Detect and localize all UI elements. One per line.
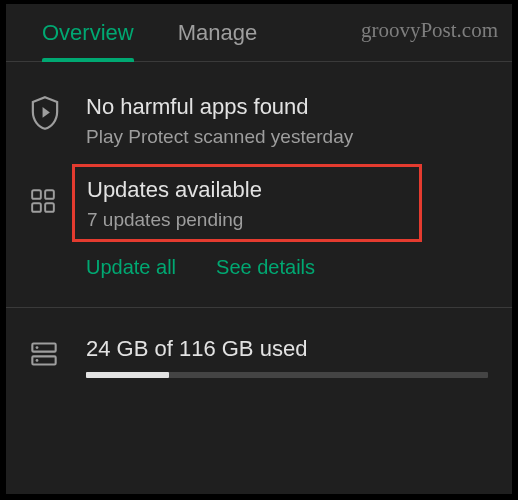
- updates-row: Updates available 7 updates pending Upda…: [30, 174, 488, 289]
- see-details-button[interactable]: See details: [216, 256, 315, 279]
- svg-rect-0: [32, 190, 41, 199]
- tab-manage[interactable]: Manage: [178, 4, 258, 61]
- play-protect-row[interactable]: No harmful apps found Play Protect scann…: [30, 94, 488, 148]
- protect-subtitle: Play Protect scanned yesterday: [86, 126, 488, 148]
- updates-title: Updates available: [87, 177, 407, 203]
- storage-title: 24 GB of 116 GB used: [86, 336, 488, 362]
- tab-overview[interactable]: Overview: [42, 4, 134, 61]
- watermark: groovyPost.com: [361, 18, 498, 43]
- protect-title: No harmful apps found: [86, 94, 488, 120]
- svg-point-7: [36, 359, 39, 362]
- svg-rect-3: [45, 203, 54, 212]
- updates-highlight: Updates available 7 updates pending: [72, 164, 422, 242]
- svg-rect-1: [45, 190, 54, 199]
- shield-play-icon: [30, 94, 86, 130]
- update-all-button[interactable]: Update all: [86, 256, 176, 279]
- storage-bar-fill: [86, 372, 169, 378]
- content: No harmful apps found Play Protect scann…: [6, 62, 512, 378]
- updates-actions: Update all See details: [86, 256, 488, 279]
- tab-bar: Overview Manage groovyPost.com: [6, 4, 512, 62]
- updates-subtitle: 7 updates pending: [87, 209, 407, 231]
- storage-icon: [30, 336, 86, 368]
- storage-bar: [86, 372, 488, 378]
- svg-point-5: [36, 346, 39, 349]
- svg-rect-2: [32, 203, 41, 212]
- storage-row[interactable]: 24 GB of 116 GB used: [30, 336, 488, 378]
- divider: [6, 307, 512, 308]
- app-frame: Overview Manage groovyPost.com No harmfu…: [6, 4, 512, 494]
